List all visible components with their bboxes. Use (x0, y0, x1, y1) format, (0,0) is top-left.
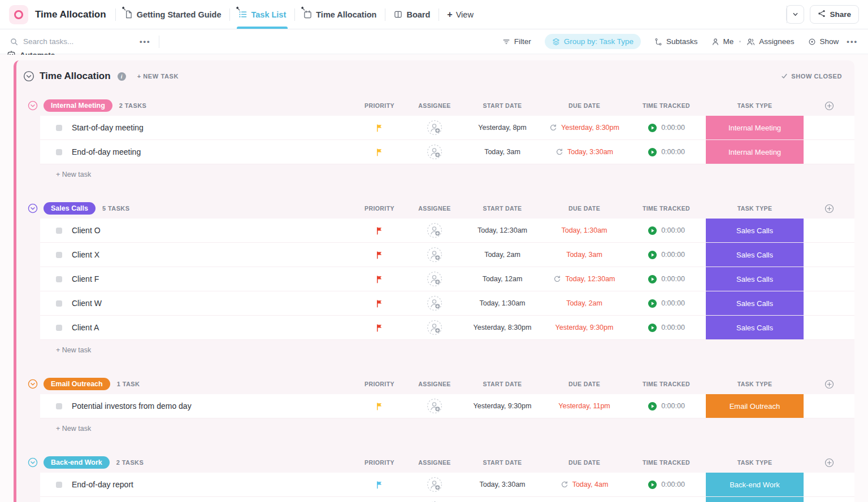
task-type-pill[interactable]: Sales Calls (706, 267, 804, 291)
due-date[interactable]: Yesterday, 11pm (558, 402, 610, 410)
assignee-add-button[interactable] (427, 247, 442, 263)
search-input[interactable] (23, 37, 108, 46)
collapse-list-icon[interactable] (23, 71, 34, 82)
task-row[interactable]: Client W Today, 1:30am Today, 2am 0:00:0… (40, 291, 854, 316)
column-header-time-tracked[interactable]: TIME TRACKED (627, 381, 706, 387)
assignee-add-button[interactable] (427, 477, 442, 492)
start-date[interactable]: Yesterday, 8:30pm (474, 324, 532, 331)
column-header-due-date[interactable]: DUE DATE (542, 459, 627, 466)
column-header-task-type[interactable]: TASK TYPE (706, 102, 804, 109)
priority-flag-icon[interactable] (375, 402, 384, 411)
due-date[interactable]: Yesterday, 8:30pm (561, 124, 619, 132)
new-task-row-button[interactable]: + New task (24, 340, 854, 359)
task-name[interactable]: Start-of-day meeting (72, 123, 144, 132)
priority-flag-icon[interactable] (375, 124, 384, 132)
toolbar-more-icon[interactable]: ••• (839, 37, 858, 46)
task-name[interactable]: Client O (72, 226, 101, 235)
column-header-due-date[interactable]: DUE DATE (542, 205, 627, 212)
task-checkbox[interactable] (56, 149, 62, 155)
assignee-add-button[interactable] (427, 120, 442, 136)
column-header-time-tracked[interactable]: TIME TRACKED (627, 102, 706, 109)
task-type-pill[interactable]: Back-end Work (706, 473, 804, 496)
chevron-down-icon[interactable] (787, 6, 804, 23)
group-name-pill[interactable]: Email Outreach (44, 378, 110, 390)
group-collapse-icon[interactable] (28, 457, 38, 468)
show-closed-toggle[interactable]: SHOW CLOSED (781, 73, 842, 80)
assignee-add-button[interactable] (427, 320, 442, 335)
start-date[interactable]: Today, 3am (484, 148, 520, 156)
workspace-avatar[interactable] (9, 5, 28, 24)
priority-flag-icon[interactable] (375, 251, 384, 259)
task-row[interactable]: End-of-day report Today, 3:30am Today, 4… (40, 473, 854, 497)
group-name-pill[interactable]: Sales Calls (44, 202, 96, 215)
task-checkbox[interactable] (56, 403, 62, 409)
due-date[interactable]: Today, 3am (566, 251, 602, 259)
group-name-pill[interactable]: Back-end Work (44, 456, 110, 469)
column-header-task-type[interactable]: TASK TYPE (706, 459, 804, 466)
time-tracker-play-button[interactable] (648, 323, 657, 333)
task-name[interactable]: Client X (72, 250, 99, 259)
share-button[interactable]: Share (810, 5, 859, 24)
due-date[interactable]: Today, 4am (572, 481, 609, 488)
column-header-due-date[interactable]: DUE DATE (542, 381, 627, 387)
toolbar-item-filter[interactable]: Filter (502, 37, 531, 46)
task-name[interactable]: End-of-day meeting (72, 147, 141, 156)
task-name[interactable]: Client W (72, 299, 102, 308)
add-column-button[interactable] (804, 101, 854, 111)
task-checkbox[interactable] (56, 252, 62, 258)
task-row[interactable]: Start-of-day meeting Yesterday, 8pm Yest… (40, 116, 854, 140)
tab-task-list[interactable]: Task List (230, 0, 294, 29)
new-task-row-button[interactable]: + New task (24, 164, 854, 184)
column-header-time-tracked[interactable]: TIME TRACKED (627, 205, 706, 212)
due-date[interactable]: Today, 3:30am (567, 148, 613, 156)
column-header-priority[interactable]: PRIORITY (353, 205, 406, 212)
column-header-start-date[interactable]: START DATE (463, 102, 542, 109)
task-name[interactable]: Client F (72, 274, 99, 283)
column-header-start-date[interactable]: START DATE (463, 459, 542, 466)
column-header-task-type[interactable]: TASK TYPE (706, 381, 804, 387)
task-row[interactable]: Client A Yesterday, 8:30pm Yesterday, 9:… (40, 316, 854, 340)
due-date[interactable]: Today, 2am (566, 299, 602, 307)
column-header-priority[interactable]: PRIORITY (353, 459, 406, 466)
task-row[interactable]: Client X Today, 2am Today, 3am 0:00:00 S… (40, 243, 854, 267)
task-row[interactable]: Client F Today, 12am Today, 12:30am 0:00… (40, 267, 854, 291)
task-name[interactable]: End-of-day report (72, 480, 133, 489)
column-header-task-type[interactable]: TASK TYPE (706, 205, 804, 212)
column-header-start-date[interactable]: START DATE (463, 381, 542, 387)
task-checkbox[interactable] (56, 482, 62, 488)
time-tracker-play-button[interactable] (648, 226, 657, 235)
time-tracker-play-button[interactable] (648, 147, 657, 157)
task-type-pill[interactable]: Sales Calls (706, 243, 804, 267)
task-type-pill[interactable]: Sales Calls (706, 316, 804, 339)
due-date[interactable]: Yesterday, 9:30pm (555, 324, 614, 331)
column-header-time-tracked[interactable]: TIME TRACKED (627, 459, 706, 466)
task-type-pill[interactable]: Internal Meeting (706, 140, 804, 164)
add-column-button[interactable] (804, 204, 854, 213)
new-task-row-button[interactable]: + New task (24, 418, 854, 438)
group-collapse-icon[interactable] (28, 379, 38, 389)
tab-time-allocation[interactable]: Time Allocation (295, 0, 385, 29)
column-header-assignee[interactable]: ASSIGNEE (406, 102, 463, 109)
time-tracker-play-button[interactable] (648, 401, 657, 411)
task-type-pill[interactable]: Sales Calls (706, 291, 804, 315)
assignee-add-button[interactable] (427, 295, 442, 311)
time-tracker-play-button[interactable] (648, 250, 657, 260)
task-type-pill[interactable]: Back-end Work (706, 497, 804, 502)
assignee-add-button[interactable] (427, 271, 442, 287)
priority-flag-icon[interactable] (375, 299, 384, 308)
add-view-button[interactable]: + View (439, 10, 481, 20)
task-name[interactable]: Potential investors from demo day (72, 401, 192, 411)
task-checkbox[interactable] (56, 276, 62, 282)
task-row[interactable]: Client O Today, 12:30am Today, 1:30am 0:… (40, 219, 854, 243)
toolbar-item-show[interactable]: Show (808, 37, 839, 46)
automate-button[interactable]: Automate (786, 5, 804, 24)
task-checkbox[interactable] (56, 228, 62, 234)
task-row[interactable]: Potential investors from demo day Yester… (40, 394, 854, 418)
due-date[interactable]: Today, 1:30am (561, 226, 607, 234)
toolbar-item-subtasks[interactable]: Subtasks (654, 37, 698, 46)
time-tracker-play-button[interactable] (648, 299, 657, 308)
start-date[interactable]: Yesterday, 8pm (478, 124, 526, 132)
assignee-add-button[interactable] (427, 398, 442, 414)
column-header-priority[interactable]: PRIORITY (353, 381, 406, 387)
column-header-assignee[interactable]: ASSIGNEE (406, 205, 463, 212)
